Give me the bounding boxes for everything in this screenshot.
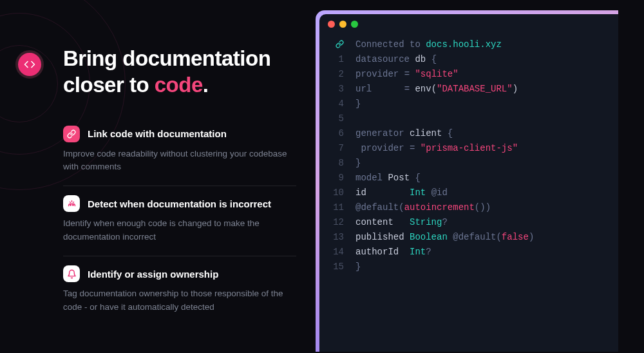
code-area: Connected to docs.hooli.xyz1datasource d… [319, 33, 618, 352]
feature-item: Link code with documentation Improve cod… [63, 117, 296, 187]
code-icon [15, 50, 44, 79]
code-line: 4} [319, 97, 618, 111]
line-content [355, 111, 361, 126]
code-line: 3url = env("DATABASE_URL") [319, 82, 618, 97]
code-window: Connected to docs.hooli.xyz1datasource d… [319, 14, 618, 352]
detect-icon [63, 195, 80, 212]
line-content: datasource db { [355, 52, 437, 67]
code-line: 10id Int @id [319, 186, 618, 200]
close-icon[interactable] [328, 21, 335, 28]
owner-icon [63, 265, 80, 282]
code-line: 5 [319, 111, 618, 126]
feature-item: Detect when documentation is incorrect I… [63, 186, 296, 256]
maximize-icon[interactable] [351, 21, 358, 28]
code-line: 8} [319, 156, 618, 171]
line-content: } [355, 97, 361, 111]
line-number: 5 [319, 111, 355, 126]
connected-host: docs.hooli.xyz [426, 39, 502, 50]
line-number: 15 [319, 260, 355, 274]
line-content: id Int @id [355, 186, 448, 200]
line-content: } [355, 260, 361, 274]
hero-panel: Bring documentation closer to code. Link… [0, 0, 316, 353]
link-glyph-icon [319, 37, 355, 52]
line-number: 4 [319, 97, 355, 111]
feature-list: Link code with documentation Improve cod… [63, 117, 296, 327]
code-line: 14authorId Int? [319, 245, 618, 260]
line-content: provider = "sqlite" [355, 67, 459, 82]
code-line: 2provider = "sqlite" [319, 67, 618, 82]
feature-title: Detect when documentation is incorrect [88, 198, 271, 209]
code-line: 1datasource db { [319, 52, 618, 67]
page-title: Bring documentation closer to code. [63, 45, 296, 99]
line-number: 2 [319, 67, 355, 82]
line-number: 13 [319, 230, 355, 245]
line-number: 7 [319, 141, 355, 156]
line-number: 8 [319, 156, 355, 171]
svg-point-0 [70, 204, 71, 205]
code-line: Connected to docs.hooli.xyz [319, 37, 618, 52]
line-content: provider = "prisma-client-js" [355, 141, 518, 156]
minimize-icon[interactable] [339, 21, 346, 28]
code-line: 11@default(autoincrement()) [319, 200, 618, 215]
line-number: 12 [319, 215, 355, 230]
code-window-frame: Connected to docs.hooli.xyz1datasource d… [316, 10, 618, 352]
svg-point-1 [72, 204, 73, 205]
line-number: 1 [319, 52, 355, 67]
line-content: } [355, 156, 361, 171]
code-line: 15} [319, 260, 618, 274]
line-content: generator client { [355, 126, 453, 141]
line-number: 9 [319, 171, 355, 186]
feature-title: Identify or assign ownership [88, 269, 218, 280]
line-number: 10 [319, 186, 355, 200]
code-line: 13published Boolean @default(false) [319, 230, 618, 245]
line-content: authorId Int? [355, 245, 431, 260]
code-line: 9model Post { [319, 171, 618, 186]
feature-desc: Improve code readability without cluster… [63, 148, 296, 175]
feature-title: Link code with documentation [88, 128, 227, 139]
connected-label: Connected to [355, 39, 426, 50]
feature-desc: Tag documentation ownership to those res… [63, 287, 296, 314]
line-number: 14 [319, 245, 355, 260]
code-line: 6generator client { [319, 126, 618, 141]
title-post: . [203, 73, 209, 97]
line-content: model Post { [355, 171, 421, 186]
window-titlebar [319, 14, 618, 33]
line-content: content String? [355, 215, 448, 230]
line-content: @default(autoincrement()) [355, 200, 491, 215]
feature-desc: Identify when enough code is changed to … [63, 217, 296, 244]
code-line: 7 provider = "prisma-client-js" [319, 141, 618, 156]
feature-item: Identify or assign ownership Tag documen… [63, 256, 296, 326]
link-icon [63, 126, 80, 142]
line-content: url = env("DATABASE_URL") [355, 82, 518, 97]
line-number: 11 [319, 200, 355, 215]
line-content: published Boolean @default(false) [355, 230, 534, 245]
code-line: 12content String? [319, 215, 618, 230]
line-number: 6 [319, 126, 355, 141]
line-number: 3 [319, 82, 355, 97]
title-accent: code [155, 73, 203, 97]
